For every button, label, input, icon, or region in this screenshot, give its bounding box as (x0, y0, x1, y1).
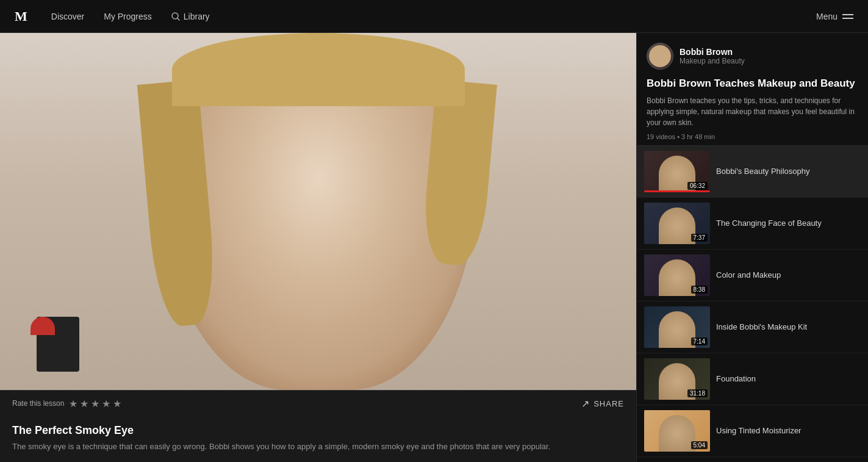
star-4[interactable]: ★ (102, 398, 110, 410)
lesson-thumbnail: 5:04 (644, 410, 710, 452)
lesson-thumbnail: 06:32 (644, 151, 710, 192)
lesson-thumbnail: 31:18 (644, 358, 710, 400)
lesson-name: Color and Makeup (716, 270, 861, 281)
lesson-duration: 8:38 (691, 286, 708, 294)
list-item[interactable]: 5:04 Using Tinted Moisturizer (637, 405, 868, 457)
list-item[interactable]: 06:32 Bobbi's Beauty Philosophy (637, 146, 868, 198)
list-item[interactable]: 9:22 Bronzer and Blush (637, 457, 868, 462)
lesson-description: The smoky eye is a technique that can ea… (12, 441, 624, 453)
lesson-name: Using Tinted Moisturizer (716, 425, 861, 436)
hamburger-icon (842, 14, 853, 19)
nav-discover[interactable]: Discover (51, 12, 84, 21)
lesson-thumbnail: 8:38 (644, 254, 710, 296)
course-description: Bobbi Brown teaches you the tips, tricks… (647, 95, 858, 128)
lesson-list: 06:32 Bobbi's Beauty Philosophy 7:37 The… (637, 146, 868, 462)
instructor-row: Bobbi Brown Makeup and Beauty (647, 43, 858, 70)
star-2[interactable]: ★ (80, 398, 88, 410)
lesson-thumbnail: 7:14 (644, 306, 710, 348)
lesson-duration: 7:37 (691, 234, 708, 242)
main-layout: Rate this lesson ★ ★ ★ ★ ★ ↗ SHARE The P… (0, 33, 868, 462)
lesson-duration: 06:32 (687, 182, 708, 190)
video-info-bar: Rate this lesson ★ ★ ★ ★ ★ ↗ SHARE (0, 390, 636, 417)
lesson-name: Foundation (716, 374, 861, 384)
menu-label: Menu (816, 12, 838, 21)
svg-line-1 (178, 18, 179, 20)
list-item[interactable]: 7:37 The Changing Face of Beauty (637, 198, 868, 250)
lesson-name: Inside Bobbi's Makeup Kit (716, 322, 861, 333)
rate-section: Rate this lesson ★ ★ ★ ★ ★ (12, 398, 121, 410)
lesson-duration: 31:18 (687, 389, 708, 397)
star-3[interactable]: ★ (91, 398, 99, 410)
instructor-name: Bobbi Brown (680, 47, 745, 57)
video-player[interactable] (0, 33, 636, 390)
share-label: SHARE (594, 399, 624, 408)
nav-search[interactable]: Library (171, 12, 210, 21)
search-icon (171, 12, 180, 21)
course-meta: 19 videos • 3 hr 48 min (647, 133, 858, 140)
list-item[interactable]: 8:38 Color and Makeup (637, 250, 868, 301)
lesson-duration: 7:14 (691, 337, 708, 345)
sidebar-header: Bobbi Brown Makeup and Beauty Bobbi Brow… (637, 33, 868, 146)
list-item[interactable]: 31:18 Foundation (637, 353, 868, 405)
star-5[interactable]: ★ (113, 398, 121, 410)
nav-library[interactable]: Library (184, 12, 210, 21)
course-title: Bobbi Brown Teaches Makeup and Beauty (647, 77, 858, 90)
instructor-info: Bobbi Brown Makeup and Beauty (680, 47, 745, 65)
video-description: The Perfect Smoky Eye The smoky eye is a… (0, 417, 636, 463)
lesson-duration: 5:04 (691, 441, 708, 449)
lesson-title: The Perfect Smoky Eye (12, 424, 624, 437)
nav-menu[interactable]: Menu (816, 12, 853, 21)
rate-label: Rate this lesson (12, 399, 64, 408)
star-1[interactable]: ★ (69, 398, 77, 410)
share-icon: ↗ (581, 398, 590, 410)
video-placeholder (0, 33, 636, 390)
lesson-thumbnail: 7:37 (644, 203, 710, 244)
navigation: M Discover My Progress Library Menu (0, 0, 868, 33)
avatar (647, 43, 673, 70)
list-item[interactable]: 7:14 Inside Bobbi's Makeup Kit (637, 301, 868, 353)
lesson-name: The Changing Face of Beauty (716, 218, 861, 229)
share-button[interactable]: ↗ SHARE (581, 398, 624, 410)
star-rating[interactable]: ★ ★ ★ ★ ★ (69, 398, 121, 410)
video-area: Rate this lesson ★ ★ ★ ★ ★ ↗ SHARE The P… (0, 33, 636, 462)
sidebar: Bobbi Brown Makeup and Beauty Bobbi Brow… (636, 33, 868, 462)
lesson-name: Bobbi's Beauty Philosophy (716, 166, 861, 177)
logo[interactable]: M (15, 9, 27, 24)
instructor-category: Makeup and Beauty (680, 57, 745, 65)
nav-my-progress[interactable]: My Progress (104, 12, 152, 21)
